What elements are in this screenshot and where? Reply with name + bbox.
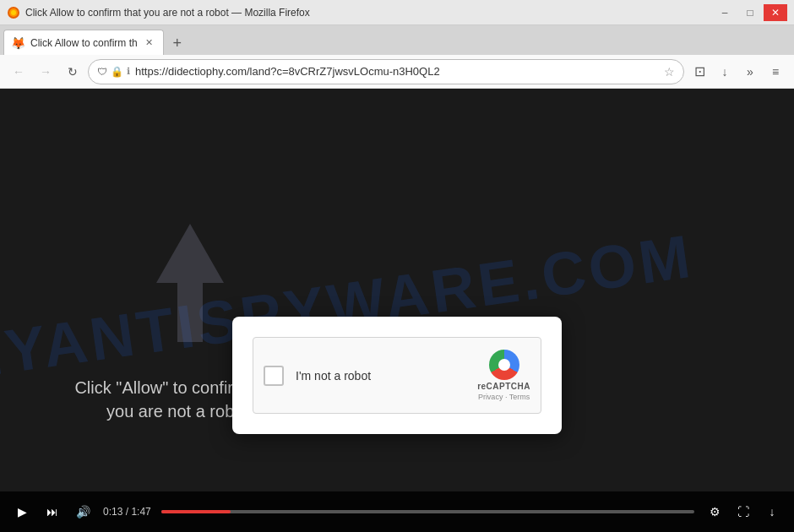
- recaptcha-links: Privacy · Terms: [478, 393, 530, 401]
- settings-button[interactable]: ⚙: [704, 502, 725, 522]
- progress-bar[interactable]: [161, 510, 694, 513]
- recaptcha-right: reCAPTCHA Privacy · Terms: [477, 350, 530, 401]
- security-icons: 🛡 🔒 ℹ: [97, 66, 130, 78]
- menu-button[interactable]: ≡: [764, 60, 787, 84]
- overflow-button[interactable]: »: [738, 60, 762, 84]
- shield-icon: 🛡: [97, 66, 107, 78]
- window-title: Click Allow to confirm that you are not …: [25, 7, 310, 19]
- nav-bar: ← → ↻ 🛡 🔒 ℹ ☆ ⊡ ↓ » ≡: [0, 55, 794, 89]
- minimize-button[interactable]: –: [713, 4, 737, 21]
- close-button[interactable]: ✕: [764, 4, 787, 21]
- recaptcha-logo-icon: [489, 350, 519, 380]
- tab-favicon-icon: 🦊: [11, 36, 25, 50]
- arrow-icon: [156, 224, 224, 342]
- title-bar: Click Allow to confirm that you are not …: [0, 0, 794, 25]
- recaptcha-brand-label: reCAPTCHA: [477, 382, 530, 391]
- info-icon: ℹ: [127, 66, 130, 77]
- maximize-button[interactable]: □: [738, 4, 762, 21]
- video-controls-bar: ▶ ⏭ 🔊 0:13 / 1:47 ⚙ ⛶ ↓: [0, 491, 794, 532]
- video-download-button[interactable]: ↓: [762, 502, 782, 522]
- new-tab-button[interactable]: +: [166, 31, 189, 55]
- tab-close-button[interactable]: ✕: [143, 36, 156, 50]
- browser-content: MYANTISPYWARE.COM Click "Allow" to confi…: [0, 89, 794, 532]
- play-button[interactable]: ▶: [12, 502, 32, 522]
- tab-label: Click Allow to confirm th: [30, 37, 138, 49]
- tab-bar: 🦊 Click Allow to confirm th ✕ +: [0, 25, 794, 55]
- recaptcha-label: I'm not a robot: [296, 369, 371, 383]
- address-bar[interactable]: 🛡 🔒 ℹ ☆: [88, 59, 684, 84]
- svg-marker-3: [156, 224, 224, 342]
- video-controls-right: ⚙ ⛶ ↓: [704, 502, 782, 522]
- recaptcha-checkbox[interactable]: [264, 366, 284, 386]
- title-bar-controls: – □ ✕: [713, 4, 787, 21]
- svg-point-2: [11, 10, 16, 15]
- recaptcha-left: I'm not a robot: [264, 366, 371, 386]
- progress-bar-fill: [161, 510, 231, 513]
- next-button[interactable]: ⏭: [42, 502, 63, 522]
- recaptcha-dialog: I'm not a robot reCAPTCHA Privacy · Term…: [232, 317, 562, 434]
- download-button[interactable]: ↓: [713, 60, 737, 84]
- lock-icon: 🔒: [111, 66, 123, 78]
- watermark: MYANTISPYWARE.COM: [0, 89, 794, 532]
- browser-tab-active[interactable]: 🦊 Click Allow to confirm th ✕: [3, 30, 164, 55]
- recaptcha-widget[interactable]: I'm not a robot reCAPTCHA Privacy · Term…: [253, 337, 541, 414]
- time-display: 0:13 / 1:47: [103, 506, 151, 518]
- url-input[interactable]: [135, 65, 659, 78]
- fullscreen-button[interactable]: ⛶: [733, 502, 753, 522]
- reload-button[interactable]: ↻: [61, 60, 84, 84]
- volume-button[interactable]: 🔊: [73, 502, 93, 522]
- forward-button[interactable]: →: [34, 60, 57, 84]
- firefox-logo-icon: [7, 6, 20, 19]
- back-button[interactable]: ←: [7, 60, 30, 84]
- title-bar-left: Click Allow to confirm that you are not …: [7, 6, 310, 19]
- pocket-button[interactable]: ⊡: [688, 60, 711, 84]
- nav-right-buttons: ⊡ ↓ » ≡: [688, 60, 787, 84]
- bookmark-icon[interactable]: ☆: [664, 65, 675, 79]
